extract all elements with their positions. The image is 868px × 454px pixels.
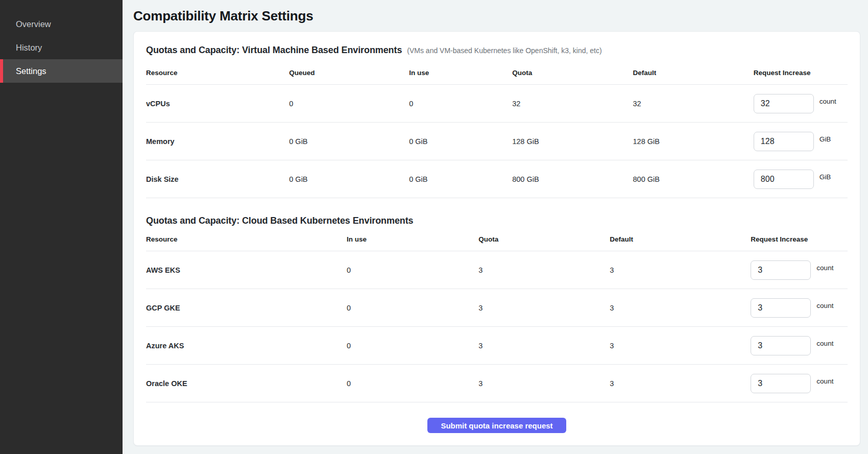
cloud-section-title: Quotas and Capacity: Cloud Based Kuberne… [146, 216, 414, 226]
sidebar-item-overview[interactable]: Overview [0, 12, 123, 36]
default-value: 800 GiB [633, 175, 754, 183]
in-use-value: 0 [347, 266, 478, 274]
submit-quota-increase-button[interactable]: Submit quota increase request [427, 418, 566, 433]
queued-value: 0 GiB [289, 175, 409, 183]
unit-label: count [816, 302, 833, 309]
vm-col-request-increase: Request Increase [754, 69, 848, 77]
table-row: Disk Size 0 GiB 0 GiB 800 GiB 800 GiB Gi… [146, 160, 848, 198]
vm-col-resource: Resource [146, 69, 289, 77]
vm-col-default: Default [633, 69, 754, 77]
table-row: Oracle OKE 0 3 3 count [146, 365, 848, 402]
quota-value: 3 [478, 266, 610, 274]
default-value: 3 [610, 379, 751, 388]
table-row: Azure AKS 0 3 3 count [146, 327, 848, 365]
unit-label: count [819, 98, 836, 105]
gcp-gke-request-input[interactable] [751, 298, 811, 318]
in-use-value: 0 GiB [409, 137, 512, 146]
sidebar-item-settings[interactable]: Settings [0, 59, 123, 83]
default-value: 32 [633, 100, 754, 108]
quota-value: 128 GiB [512, 137, 633, 146]
in-use-value: 0 GiB [409, 175, 512, 183]
cloud-col-in-use: In use [347, 235, 478, 243]
unit-label: GiB [819, 135, 831, 143]
in-use-value: 0 [347, 379, 478, 388]
queued-value: 0 [289, 100, 409, 108]
table-row: vCPUs 0 0 32 32 count [146, 85, 848, 123]
quota-value: 800 GiB [512, 175, 633, 183]
resource-name: Oracle OKE [146, 379, 347, 388]
unit-label: count [816, 377, 833, 385]
oracle-oke-request-input[interactable] [751, 374, 811, 393]
azure-aks-request-input[interactable] [751, 336, 811, 355]
resource-name: Memory [146, 137, 289, 146]
resource-name: AWS EKS [146, 266, 347, 274]
table-row: AWS EKS 0 3 3 count [146, 251, 848, 289]
resource-name: vCPUs [146, 100, 289, 108]
main-content: Compatibility Matrix Settings Quotas and… [123, 0, 868, 454]
vm-section-title: Quotas and Capacity: Virtual Machine Bas… [146, 45, 402, 56]
memory-request-input[interactable] [754, 132, 814, 151]
resource-name: Disk Size [146, 175, 289, 183]
default-value: 3 [610, 304, 751, 312]
sidebar-item-history[interactable]: History [0, 36, 123, 59]
resource-name: Azure AKS [146, 342, 347, 350]
vm-table-header: Resource Queued In use Quota Default Req… [146, 56, 848, 85]
vm-col-in-use: In use [409, 69, 512, 77]
unit-label: count [816, 340, 833, 347]
default-value: 3 [610, 266, 751, 274]
quota-value: 3 [478, 342, 610, 350]
table-row: GCP GKE 0 3 3 count [146, 289, 848, 327]
queued-value: 0 GiB [289, 137, 409, 146]
cloud-col-default: Default [610, 235, 751, 243]
table-row: Memory 0 GiB 0 GiB 128 GiB 128 GiB GiB [146, 123, 848, 160]
in-use-value: 0 [347, 342, 478, 350]
page-title: Compatibility Matrix Settings [133, 8, 860, 24]
cloud-section-header: Quotas and Capacity: Cloud Based Kuberne… [146, 216, 848, 226]
quota-value: 3 [478, 379, 610, 388]
vm-section-header: Quotas and Capacity: Virtual Machine Bas… [146, 45, 848, 56]
submit-button-row: Submit quota increase request [146, 418, 848, 433]
sidebar: Overview History Settings [0, 0, 123, 454]
vm-col-quota: Quota [512, 69, 633, 77]
in-use-value: 0 [409, 100, 512, 108]
resource-name: GCP GKE [146, 304, 347, 312]
in-use-value: 0 [347, 304, 478, 312]
disk-size-request-input[interactable] [754, 170, 814, 189]
vm-col-queued: Queued [289, 69, 409, 77]
vcpus-request-input[interactable] [754, 94, 814, 113]
settings-card: Quotas and Capacity: Virtual Machine Bas… [133, 31, 860, 446]
default-value: 128 GiB [633, 137, 754, 146]
cloud-col-resource: Resource [146, 235, 347, 243]
cloud-col-quota: Quota [478, 235, 610, 243]
cloud-col-request-increase: Request Increase [751, 235, 848, 243]
unit-label: count [816, 264, 833, 272]
vm-section-note: (VMs and VM-based Kubernetes like OpenSh… [407, 46, 601, 55]
default-value: 3 [610, 342, 751, 350]
cloud-table-header: Resource In use Quota Default Request In… [146, 226, 848, 251]
unit-label: GiB [819, 173, 831, 181]
quota-value: 3 [478, 304, 610, 312]
aws-eks-request-input[interactable] [751, 260, 811, 280]
quota-value: 32 [512, 100, 633, 108]
